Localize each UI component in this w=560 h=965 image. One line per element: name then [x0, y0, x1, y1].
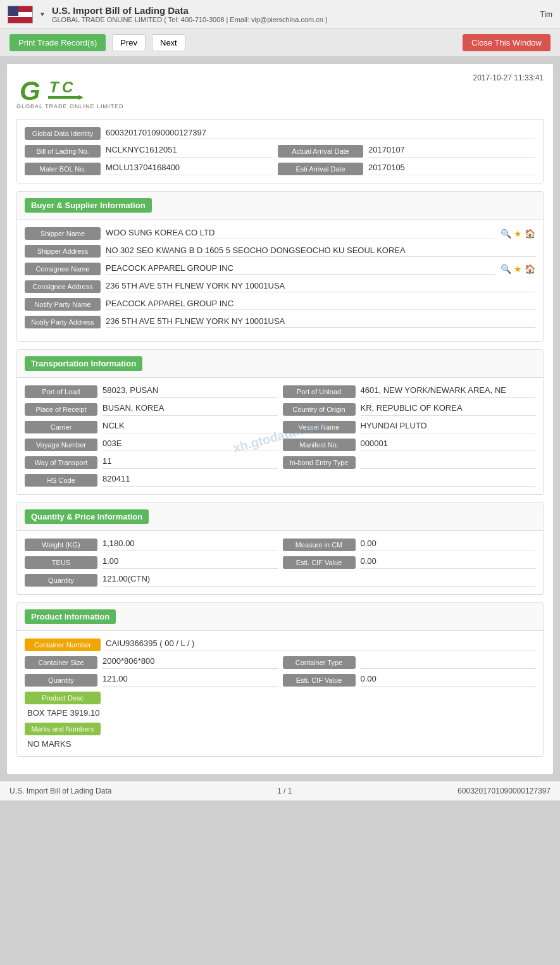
- carrier-vessel-row: Carrier NCLK Vessel Name HYUNDAI PLUTO: [25, 421, 535, 433]
- place-of-receipt-value: BUSAN, KOREA: [103, 403, 278, 416]
- buyer-supplier-section: Buyer & Supplier Information Shipper Nam…: [16, 191, 544, 342]
- logo-wrapper: G T C GLOBAL TRADE ONLINE LIMITED: [16, 73, 124, 109]
- identity-section: Global Data Identity 6003201701090000127…: [16, 119, 544, 184]
- weight-measure-row: Weight (KG) 1,180.00 Measure in CM 0.00: [25, 539, 535, 551]
- dropdown-arrow[interactable]: ▼: [39, 11, 46, 18]
- global-data-identity-row: Global Data Identity 6003201701090000127…: [25, 127, 535, 140]
- weight-kg-value: 1,180.00: [103, 539, 278, 551]
- marks-numbers-label: Marks and Numbers: [25, 723, 101, 735]
- consignee-home-icon[interactable]: 🏠: [525, 264, 535, 274]
- consignee-address-row: Consignee Address 236 5TH AVE 5TH FLNEW …: [25, 280, 535, 293]
- footer-left: U.S. Import Bill of Lading Data: [9, 787, 111, 795]
- product-quantity-label: Quantity: [25, 674, 97, 687]
- manifest-no-label: Manifest No.: [283, 439, 356, 451]
- consignee-name-label: Consignee Name: [25, 263, 101, 275]
- doc-header: G T C GLOBAL TRADE ONLINE LIMITED 2017-1…: [16, 73, 544, 109]
- product-desc-value: BOX TAPE 3919.10: [25, 708, 535, 718]
- container-type-label: Container Type: [283, 656, 356, 669]
- voyage-number-label: Voyage Number: [25, 439, 97, 451]
- flag-icon: [8, 6, 33, 23]
- bol-arrival-row: Bill of Lading No. NCLKNYC1612051 Actual…: [25, 145, 535, 158]
- shipper-name-row: Shipper Name WOO SUNG KOREA CO LTD 🔍 ★ 🏠: [25, 227, 535, 240]
- buyer-supplier-title-bar: Buyer & Supplier Information: [17, 192, 543, 220]
- transportation-body: xh.gtodata.com. Port of Load 58023, PUSA…: [17, 378, 543, 494]
- product-esti-cif-value: 0.00: [361, 674, 536, 687]
- teus-label: TEUS: [25, 556, 97, 569]
- marks-numbers-value: NO MARKS: [25, 739, 535, 749]
- actual-arrival-label: Actual Arrival Date: [278, 145, 363, 158]
- esti-arrival-label: Esti Arrival Date: [278, 163, 363, 175]
- notify-party-address-row: Notify Party Address 236 5TH AVE 5TH FLN…: [25, 316, 535, 328]
- shipper-search-icon[interactable]: 🔍: [501, 228, 511, 239]
- product-desc-section: Product Desc BOX TAPE 3919.10: [25, 692, 535, 718]
- global-data-identity-value: 6003201701090000127397: [106, 128, 535, 139]
- shipper-home-icon[interactable]: 🏠: [525, 228, 535, 239]
- hs-code-label: HS Code: [25, 474, 97, 487]
- esti-arrival-value: 20170105: [368, 163, 535, 175]
- svg-text:G: G: [20, 76, 40, 106]
- print-button[interactable]: Print Trade Record(s): [9, 34, 106, 51]
- main-content: G T C GLOBAL TRADE ONLINE LIMITED 2017-1…: [6, 63, 554, 775]
- doc-timestamp: 2017-10-27 11:33:41: [473, 73, 544, 82]
- close-button[interactable]: Close This Window: [463, 34, 551, 51]
- notify-party-name-row: Notify Party Name PEACOCK APPAREL GROUP …: [25, 298, 535, 311]
- prev-button[interactable]: Prev: [112, 34, 146, 51]
- footer-right: 6003201701090000127397: [457, 787, 551, 795]
- quantity-price-title: Quantity & Price Information: [25, 509, 149, 524]
- consignee-address-label: Consignee Address: [25, 280, 101, 293]
- header-title: U.S. Import Bill of Lading Data: [52, 5, 328, 16]
- container-number-row: Container Number CAIU9366395 ( 00 / L / …: [25, 638, 535, 651]
- container-size-value: 2000*806*800: [103, 656, 278, 669]
- notify-party-address-label: Notify Party Address: [25, 316, 101, 328]
- port-of-load-value: 58023, PUSAN: [103, 385, 278, 398]
- toolbar: Print Trade Record(s) Prev Next Close Th…: [0, 29, 560, 57]
- product-desc-label: Product Desc: [25, 692, 101, 704]
- shipper-address-row: Shipper Address NO 302 SEO KWANG B D 160…: [25, 245, 535, 258]
- product-info-title-bar: Product Information: [17, 603, 543, 631]
- voyage-number-value: 003E: [103, 439, 278, 451]
- next-button[interactable]: Next: [152, 34, 185, 51]
- consignee-icons: 🔍 ★ 🏠: [501, 264, 535, 274]
- consignee-name-row: Consignee Name PEACOCK APPAREL GROUP INC…: [25, 263, 535, 275]
- quantity-value: 121.00(CTN): [103, 574, 535, 587]
- manifest-no-value: 000001: [361, 439, 536, 451]
- quantity-row: Quantity 121.00(CTN): [25, 574, 535, 587]
- quantity-price-title-bar: Quantity & Price Information: [17, 503, 543, 531]
- marks-numbers-section: Marks and Numbers NO MARKS: [25, 723, 535, 749]
- in-bond-entry-value: [361, 456, 536, 469]
- consignee-star-icon[interactable]: ★: [514, 264, 522, 274]
- logo-subtitle: GLOBAL TRADE ONLINE LIMITED: [16, 103, 124, 109]
- in-bond-entry-label: In-bond Entry Type: [283, 456, 356, 469]
- port-of-unload-value: 4601, NEW YORK/NEWARK AREA, NE: [361, 385, 536, 398]
- transport-type-row: Way of Transport 11 In-bond Entry Type: [25, 456, 535, 469]
- product-quantity-cif-row: Quantity 121.00 Esti. CIF Value 0.00: [25, 674, 535, 687]
- product-esti-cif-label: Esti. CIF Value: [283, 674, 356, 687]
- quantity-price-section: Quantity & Price Information Weight (KG)…: [16, 502, 544, 595]
- carrier-value: NCLK: [103, 421, 278, 433]
- port-of-unload-label: Port of Unload: [283, 385, 356, 398]
- actual-arrival-value: 20170107: [368, 145, 535, 158]
- shipper-star-icon[interactable]: ★: [514, 228, 522, 239]
- svg-marker-4: [78, 95, 84, 100]
- voyage-manifest-row: Voyage Number 003E Manifest No. 000001: [25, 439, 535, 451]
- esti-cif-label: Esti. CIF Value: [283, 556, 356, 569]
- notify-party-name-label: Notify Party Name: [25, 298, 101, 311]
- measure-cm-value: 0.00: [361, 539, 536, 551]
- esti-cif-value: 0.00: [361, 556, 536, 569]
- header-subtitle: GLOBAL TRADE ONLINE LIMITED ( Tel: 400-7…: [52, 16, 328, 23]
- quantity-label: Quantity: [25, 574, 97, 587]
- doc-footer: U.S. Import Bill of Lading Data 1 / 1 60…: [0, 781, 560, 800]
- mater-bol-value: MOLU13704168400: [106, 163, 273, 175]
- container-type-value: [361, 656, 536, 669]
- place-of-receipt-label: Place of Receipt: [25, 403, 97, 416]
- container-number-value: CAIU9366395 ( 00 / L / ): [106, 638, 535, 651]
- footer-center: 1 / 1: [277, 787, 292, 795]
- consignee-search-icon[interactable]: 🔍: [501, 264, 511, 274]
- consignee-address-value: 236 5TH AVE 5TH FLNEW YORK NY 10001USA: [106, 281, 535, 292]
- carrier-label: Carrier: [25, 421, 97, 433]
- tim-text: Tim: [540, 10, 552, 19]
- measure-cm-label: Measure in CM: [283, 539, 356, 551]
- shipper-address-value: NO 302 SEO KWANG B D 1605 5 SEOCHO DONGS…: [106, 246, 535, 257]
- vessel-name-label: Vessel Name: [283, 421, 356, 433]
- container-number-label: Container Number: [25, 638, 101, 651]
